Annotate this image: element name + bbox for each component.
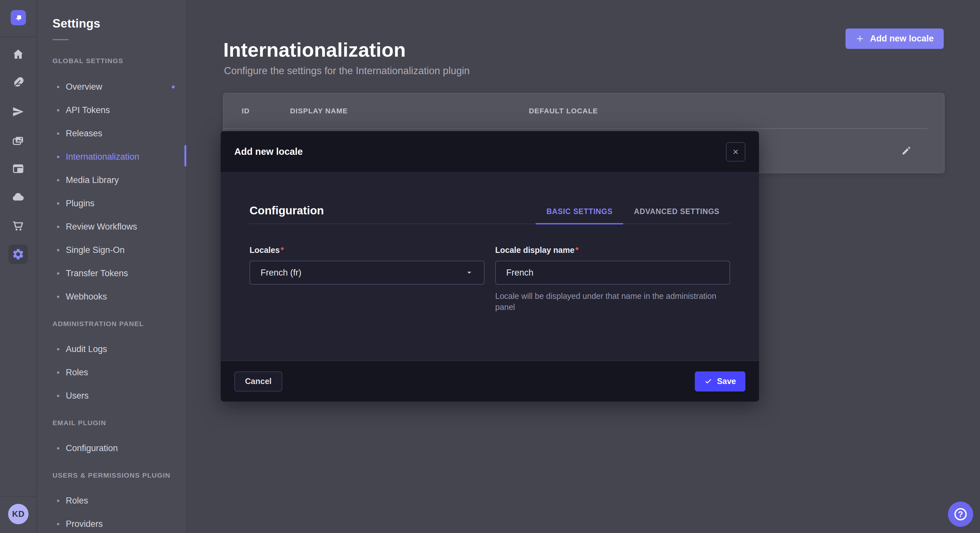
add-new-locale-button[interactable]: Add new locale bbox=[845, 29, 944, 49]
settings-tabs: BASIC SETTINGS ADVANCED SETTINGS bbox=[536, 207, 730, 224]
feather-icon[interactable] bbox=[11, 76, 25, 89]
bullet-icon bbox=[57, 348, 59, 351]
display-name-hint: Locale will be displayed under that name… bbox=[495, 290, 730, 313]
rail-divider bbox=[0, 36, 36, 37]
save-button[interactable]: Save bbox=[695, 371, 745, 392]
edit-locale-button[interactable] bbox=[901, 145, 912, 156]
sidebar-item-releases[interactable]: Releases bbox=[52, 122, 186, 145]
section-label-email-plugin: EMAIL PLUGIN bbox=[52, 419, 186, 427]
sidebar-item-up-roles[interactable]: Roles bbox=[52, 489, 186, 512]
sidebar-item-webhooks[interactable]: Webhooks bbox=[52, 285, 186, 308]
column-header-id: ID bbox=[242, 107, 290, 115]
cancel-button[interactable]: Cancel bbox=[234, 371, 282, 392]
strapi-logo-icon bbox=[14, 13, 23, 23]
column-header-default-locale: DEFAULT LOCALE bbox=[529, 107, 598, 115]
notification-dot bbox=[172, 86, 175, 89]
display-name-label: Locale display name* bbox=[495, 246, 579, 254]
configuration-section-title: Configuration bbox=[250, 204, 324, 224]
section-label-global-settings: GLOBAL SETTINGS bbox=[52, 57, 186, 65]
bullet-icon bbox=[57, 202, 59, 205]
required-mark: * bbox=[576, 246, 579, 254]
locale-display-name-input[interactable] bbox=[495, 261, 730, 285]
layout-icon[interactable] bbox=[11, 162, 25, 176]
rail-divider bbox=[0, 496, 36, 497]
home-icon[interactable] bbox=[11, 48, 25, 61]
cloud-icon[interactable] bbox=[11, 190, 25, 204]
table-header-row: ID DISPLAY NAME DEFAULT LOCALE bbox=[224, 94, 944, 128]
bullet-icon bbox=[57, 371, 59, 374]
required-mark: * bbox=[281, 246, 284, 254]
page-subtitle: Configure the settings for the Internati… bbox=[224, 65, 469, 77]
bullet-icon bbox=[57, 226, 59, 228]
check-icon bbox=[704, 377, 712, 385]
modal-title: Add new locale bbox=[234, 146, 303, 157]
bullet-icon bbox=[57, 249, 59, 251]
modal-footer: Cancel Save bbox=[221, 360, 759, 401]
sidebar-item-single-sign-on[interactable]: Single Sign-On bbox=[52, 238, 186, 262]
sidebar-item-internationalization[interactable]: Internationalization bbox=[52, 145, 186, 168]
sidebar-item-admin-roles[interactable]: Roles bbox=[52, 361, 186, 384]
section-label-administration-panel: ADMINISTRATION PANEL bbox=[52, 320, 186, 328]
bullet-icon bbox=[57, 447, 59, 449]
bullet-icon bbox=[57, 109, 59, 111]
page-title: Internationalization bbox=[223, 38, 406, 61]
bullet-icon bbox=[57, 86, 59, 88]
sidebar-item-overview[interactable]: Overview bbox=[52, 75, 186, 98]
close-modal-button[interactable] bbox=[726, 142, 745, 162]
tab-basic-settings[interactable]: BASIC SETTINGS bbox=[536, 207, 623, 224]
sidebar-item-media-library[interactable]: Media Library bbox=[52, 168, 186, 192]
pencil-icon bbox=[901, 145, 912, 156]
sidebar-item-transfer-tokens[interactable]: Transfer Tokens bbox=[52, 262, 186, 285]
sidebar-item-review-workflows[interactable]: Review Workflows bbox=[52, 215, 186, 238]
cart-icon[interactable] bbox=[11, 219, 25, 233]
media-library-icon[interactable] bbox=[11, 134, 25, 148]
sidebar-item-plugins[interactable]: Plugins bbox=[52, 192, 186, 215]
sidebar-item-users[interactable]: Users bbox=[52, 384, 186, 408]
strapi-logo[interactable] bbox=[11, 10, 26, 25]
section-label-users-permissions-plugin: USERS & PERMISSIONS PLUGIN bbox=[52, 471, 186, 479]
settings-nav-active[interactable] bbox=[8, 244, 28, 264]
sidebar-item-email-configuration[interactable]: Configuration bbox=[52, 436, 186, 460]
sidebar-item-audit-logs[interactable]: Audit Logs bbox=[52, 338, 186, 361]
bullet-icon bbox=[57, 132, 59, 135]
modal-body: Configuration BASIC SETTINGS ADVANCED SE… bbox=[221, 173, 759, 360]
modal-header: Add new locale bbox=[221, 131, 759, 173]
bullet-icon bbox=[57, 179, 59, 181]
active-item-indicator bbox=[185, 145, 186, 167]
title-divider bbox=[52, 39, 69, 40]
settings-sidebar: Settings GLOBAL SETTINGS Overview API To… bbox=[37, 0, 187, 533]
plus-icon bbox=[856, 34, 864, 43]
settings-gear-icon bbox=[12, 248, 25, 261]
bullet-icon bbox=[57, 500, 59, 502]
bullet-icon bbox=[57, 156, 59, 158]
strapi-admin-app: KD Settings GLOBAL SETTINGS Overview API… bbox=[0, 0, 980, 533]
chevron-down-icon bbox=[465, 268, 474, 277]
bullet-icon bbox=[57, 296, 59, 298]
add-locale-modal: Add new locale Configuration BASIC SETTI… bbox=[221, 131, 759, 401]
sidebar-item-api-tokens[interactable]: API Tokens bbox=[52, 98, 186, 122]
help-button[interactable]: ? bbox=[948, 501, 973, 527]
locales-field: Locales* French (fr) bbox=[250, 246, 485, 320]
close-icon bbox=[732, 148, 740, 156]
sidebar-item-providers[interactable]: Providers bbox=[52, 512, 186, 533]
bullet-icon bbox=[57, 272, 59, 274]
bullet-icon bbox=[57, 523, 59, 525]
question-mark-icon: ? bbox=[955, 508, 967, 520]
bullet-icon bbox=[57, 395, 59, 397]
icon-rail: KD bbox=[0, 0, 37, 533]
paper-plane-icon[interactable] bbox=[11, 105, 25, 119]
locales-select-value: French (fr) bbox=[261, 268, 301, 278]
user-avatar[interactable]: KD bbox=[8, 504, 29, 524]
tab-advanced-settings[interactable]: ADVANCED SETTINGS bbox=[623, 207, 730, 224]
sidebar-title: Settings bbox=[52, 17, 186, 30]
locales-label: Locales* bbox=[250, 246, 284, 254]
locales-select[interactable]: French (fr) bbox=[250, 261, 485, 285]
column-header-display-name: DISPLAY NAME bbox=[290, 107, 529, 115]
display-name-field: Locale display name* Locale will be disp… bbox=[495, 246, 730, 320]
